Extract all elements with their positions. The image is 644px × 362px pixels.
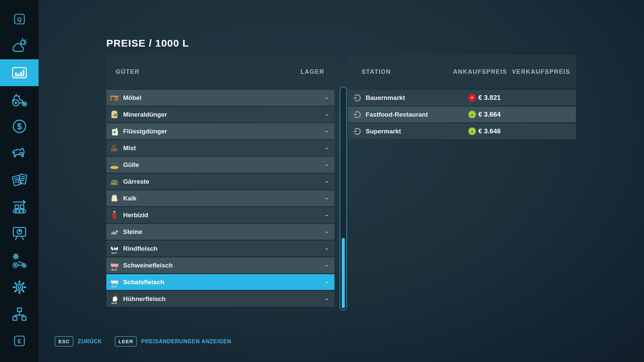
hint-show-price-changes[interactable]: LEERPREISÄNDERUNGEN ANZEIGEN (115, 336, 231, 347)
goods-row-mist[interactable]: Mist- (106, 140, 334, 156)
sidebar-item-prices[interactable] (0, 59, 39, 86)
hint-back[interactable]: ESCZURÜCK (55, 336, 102, 347)
conveyor-icon (11, 198, 28, 216)
goods-row-schafsfleisch[interactable]: MEATSchafsfleisch- (106, 274, 334, 290)
sidebar-item-maintenance[interactable] (0, 247, 39, 274)
station-row-fastfood-restaurant[interactable]: Fastfood-Restaurant▲€ 3.664 (348, 107, 576, 122)
herbicide-icon (109, 210, 120, 221)
weather-icon (11, 37, 28, 55)
key-badge: LEER (115, 336, 137, 347)
sidebar-item-production[interactable] (0, 193, 39, 220)
station-name: Fastfood-Restaurant (366, 111, 428, 118)
lime-icon (109, 193, 120, 204)
contracts-icon (11, 171, 28, 189)
price-column-headers: ANKAUFSPREIS VERKAUFSPREIS (453, 68, 570, 75)
station-price: € 3.664 (478, 111, 501, 118)
goods-label: Kalk (123, 195, 137, 202)
goods-label: Gülle (123, 161, 139, 169)
goods-storage-value: - (326, 128, 328, 135)
buy-price-column-header: ANKAUFSPREIS (453, 68, 507, 75)
hierarchy-icon (11, 305, 28, 323)
goods-storage-value: - (326, 195, 328, 202)
goods-label: Schweinefleisch (123, 262, 173, 269)
price-trend-up-icon: ▲ (468, 111, 476, 118)
price-trend-up-icon: ▲ (468, 127, 476, 135)
station-name: Bauernmarkt (366, 94, 405, 102)
goods-row-h-hnerfleisch[interactable]: MEATHühnerfleisch- (106, 291, 334, 307)
goods-label: Gärreste (123, 178, 149, 185)
station-row-supermarkt[interactable]: Supermarkt▲€ 3.646 (348, 123, 576, 139)
stations-panel: STATION ANKAUFSPREIS VERKAUFSPREIS Bauer… (348, 55, 576, 140)
goods-label: Flüssigdünger (123, 128, 167, 135)
sidebar-item-weather[interactable] (0, 33, 39, 59)
svg-text:MEAT: MEAT (111, 285, 117, 287)
station-name: Supermarkt (366, 128, 401, 135)
mutton-icon: MEAT (109, 277, 120, 288)
goods-label: Mineraldünger (123, 111, 167, 118)
goods-storage-value: - (326, 212, 328, 219)
goods-label: Steine (123, 228, 142, 236)
sidebar-item-vehicles[interactable] (0, 86, 39, 113)
tractor-gear-icon (11, 252, 28, 269)
goods-storage-value: - (326, 295, 328, 303)
goods-storage-value: - (326, 94, 328, 102)
sidebar-item-map-key[interactable]: Q (0, 6, 39, 33)
svg-text:MEAT: MEAT (111, 302, 117, 304)
page-title: PREISE / 1000 L (106, 38, 189, 49)
goods-label: Hühnerfleisch (123, 295, 166, 303)
goods-row-g-rreste[interactable]: Gärreste- (106, 174, 334, 189)
svg-text:MEAT: MEAT (111, 268, 117, 270)
station-row-bauernmarkt[interactable]: Bauernmarkt▼€ 3.821 (348, 90, 576, 106)
goods-column-header: GÜTER (116, 68, 140, 75)
stations-panel-header: STATION ANKAUFSPREIS VERKAUFSPREIS (348, 55, 576, 88)
sidebar-items: Q$E (0, 6, 39, 354)
chicken-icon: MEAT (109, 294, 120, 304)
sidebar-item-finances[interactable]: $ (0, 113, 39, 140)
sidebar-item-animals[interactable] (0, 140, 39, 167)
scrollbar-thumb[interactable] (342, 238, 345, 308)
goods-storage-value: - (326, 178, 328, 185)
sell-station-icon (353, 110, 362, 119)
goods-panel: GÜTER LAGER Möbel-Mineraldünger-Flüssigd… (106, 55, 334, 308)
goods-storage-value: - (326, 279, 328, 286)
svg-text:$: $ (17, 122, 22, 131)
pork-icon: MEAT (109, 260, 120, 271)
price-trend-down-icon: ▼ (468, 94, 476, 102)
dollar-coin-icon: $ (11, 118, 28, 135)
sidebar-item-contracts[interactable] (0, 167, 39, 193)
manure-icon (109, 143, 120, 154)
hint-label: PREISÄNDERUNGEN ANZEIGEN (141, 339, 231, 345)
station-rows: Bauernmarkt▼€ 3.821Fastfood-Restaurant▲€… (348, 90, 576, 139)
scrollbar[interactable] (339, 86, 347, 310)
sidebar-item-multiplayer[interactable] (0, 301, 39, 327)
sidebar-item-help-key[interactable]: E (0, 327, 39, 354)
goods-row-minerald-nger[interactable]: Mineraldünger- (106, 107, 334, 122)
presentation-icon (11, 225, 28, 242)
goods-row-schweinefleisch[interactable]: MEATSchweinefleisch- (106, 257, 334, 273)
goods-row-herbizid[interactable]: Herbizid- (106, 207, 334, 223)
sidebar-item-statistics[interactable] (0, 220, 39, 247)
goods-row-fl-ssigd-nger[interactable]: Flüssigdünger- (106, 123, 334, 139)
beef-icon: MEAT (109, 243, 120, 254)
goods-label: Schafsfleisch (123, 279, 164, 286)
hint-label: ZURÜCK (78, 339, 102, 345)
e-key-icon: E (12, 333, 27, 349)
goods-row-m-bel[interactable]: Möbel- (106, 90, 334, 106)
svg-text:E: E (17, 338, 21, 344)
sell-station-icon (353, 127, 362, 136)
gear-icon (11, 279, 28, 296)
svg-text:MEAT: MEAT (111, 252, 117, 254)
furniture-icon (109, 93, 120, 103)
prices-screen: Q$E PREISE / 1000 L GÜTER LAGER Möbel-Mi… (0, 0, 644, 362)
tractor-icon (11, 91, 28, 108)
goods-row-rindfleisch[interactable]: MEATRindfleisch- (106, 241, 334, 256)
goods-row-g-lle[interactable]: Gülle- (106, 157, 334, 173)
goods-row-kalk[interactable]: Kalk- (106, 190, 334, 206)
station-column-header: STATION (362, 68, 391, 75)
key-badge: ESC (55, 336, 73, 347)
goods-row-steine[interactable]: Steine- (106, 224, 334, 240)
goods-storage-value: - (326, 262, 328, 269)
sidebar-item-settings[interactable] (0, 274, 39, 301)
storage-column-header: LAGER (301, 68, 324, 75)
footer-hints: ESCZURÜCKLEERPREISÄNDERUNGEN ANZEIGEN (55, 336, 231, 347)
